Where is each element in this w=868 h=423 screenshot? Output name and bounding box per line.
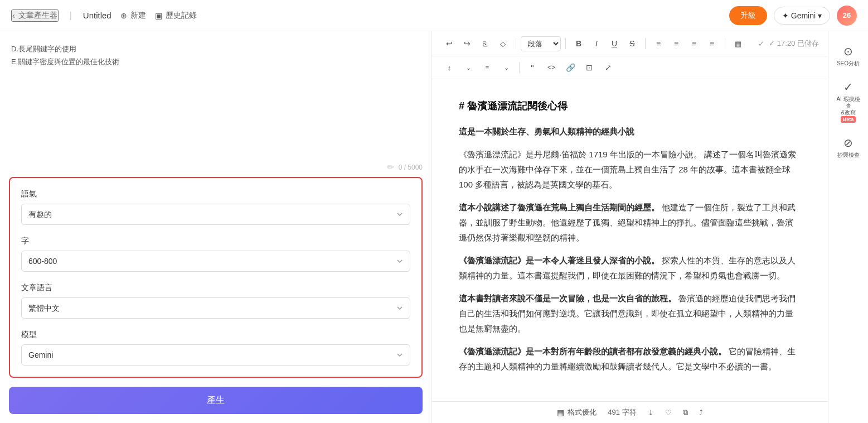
document-title: Untitled (83, 11, 111, 20)
toolbar-divider-5 (519, 62, 520, 73)
back-button[interactable]: ‹ 文章產生器 (11, 9, 59, 22)
plagiarism-icon: ⊘ (843, 136, 853, 150)
model-select[interactable]: Gemini GPT-4 Claude (21, 344, 410, 366)
quote-button[interactable]: " (524, 60, 541, 75)
heart-button[interactable]: ♡ (665, 408, 672, 417)
editor-panel: ↩ ↪ ⎘ ◇ 段落 標題1 標題2 B I U S ≡ ≡ ≡ (432, 31, 828, 423)
back-arrow-icon: ‹ (12, 11, 15, 20)
align-chevron[interactable]: ≡ (479, 60, 496, 75)
toolbar-divider-3 (645, 38, 646, 49)
code-button[interactable]: <> (543, 60, 560, 75)
align-right-button[interactable]: ≡ (686, 36, 702, 51)
image-button[interactable]: ⊡ (581, 60, 598, 75)
avatar[interactable]: 26 (837, 6, 857, 26)
underline-button[interactable]: U (606, 36, 623, 51)
new-button[interactable]: ⊕ 新建 (120, 11, 146, 21)
editor-toolbar-1: ↩ ↪ ⎘ ◇ 段落 標題1 標題2 B I U S ≡ ≡ ≡ (432, 31, 828, 56)
app-header: ‹ 文章產生器 | Untitled ⊕ 新建 ▣ 歷史記錄 升級 ✦ Gemi… (0, 0, 868, 31)
italic-button[interactable]: I (588, 36, 605, 51)
model-group: 模型 Gemini GPT-4 Claude (21, 330, 410, 366)
form-section: 語氣 有趣的 正式 輕鬆 專業 字 600-800 300-500 800-10… (9, 177, 423, 378)
editor-para1: 《魯濱遜漂流記》是丹尼爾·笛福於 1719 年出版的一本冒險小說。 講述了一個名… (459, 147, 801, 192)
align-center-button[interactable]: ≡ (668, 36, 685, 51)
char-counter: 0 / 5000 (399, 164, 423, 171)
outline-line1: D.長尾關鍵字的使用 (11, 42, 420, 55)
tone-label: 語氣 (21, 189, 410, 199)
main-content: D.長尾關鍵字的使用 E.關鍵字密度與位置的最佳化技術 ✏ 0 / 5000 語… (0, 31, 868, 423)
toolbar-divider-1 (516, 38, 516, 49)
upgrade-button[interactable]: 升級 (729, 6, 767, 25)
redo-button[interactable]: ↪ (459, 36, 476, 51)
ai-check-tool[interactable]: ✓ AI 瑕疵檢查&改寫 Beta (832, 76, 865, 127)
link-button[interactable]: 🔗 (562, 60, 579, 75)
history-button[interactable]: ▣ 歷史記錄 (155, 11, 197, 21)
share-button[interactable]: ⤴ (699, 408, 703, 417)
plagiarism-label: 抄襲檢查 (837, 152, 860, 158)
toolbar-divider-2 (565, 38, 566, 49)
editor-toolbar-2: ↕ ⌄ ≡ ⌄ " <> 🔗 ⊡ ⤢ (432, 56, 828, 79)
format-optimize-button[interactable]: ▦ 格式優化 (557, 407, 597, 417)
copy-content-button[interactable]: ⧉ (683, 408, 688, 417)
editor-bottom-bar: ▦ 格式優化 491 字符 ⤓ ♡ ⧉ ⤴ (432, 401, 828, 423)
seo-label: SEO分析 (837, 60, 860, 67)
ai-check-label: AI 瑕疵檢查&改寫 (834, 96, 863, 116)
erase-button[interactable]: ◇ (494, 36, 511, 51)
download-icon: ⤓ (648, 408, 654, 417)
alignment-group: ≡ ≡ ≡ ≡ (650, 36, 720, 51)
words-label: 字 (21, 236, 410, 246)
left-panel: D.長尾關鍵字的使用 E.關鍵字密度與位置的最佳化技術 ✏ 0 / 5000 語… (0, 31, 432, 423)
style-select[interactable]: 段落 標題1 標題2 (521, 36, 561, 51)
seo-analysis-tool[interactable]: ⊙ SEO分析 (832, 40, 865, 71)
toolbar-divider-4 (725, 38, 725, 49)
text-format-group: B I U S (570, 36, 641, 51)
align-chevron2[interactable]: ⌄ (498, 60, 515, 75)
editor-heading: # 魯濱遜漂流記閱後心得 (459, 97, 801, 115)
format-icon: ▦ (557, 408, 564, 417)
gemini-button[interactable]: ✦ Gemini ▾ (774, 7, 830, 25)
editor-subtitle: 這是一本關於生存、勇氣和人類精神的經典小說 (459, 124, 801, 139)
download-button[interactable]: ⤓ (648, 408, 654, 417)
brush-icon: ✏ (387, 162, 394, 172)
right-sidebar: ⊙ SEO分析 ✓ AI 瑕疵檢查&改寫 Beta ⊘ 抄襲檢查 (828, 31, 868, 423)
header-left: ‹ 文章產生器 | Untitled ⊕ 新建 ▣ 歷史記錄 (11, 9, 197, 22)
align-justify-button[interactable]: ≡ (704, 36, 720, 51)
seo-icon: ⊙ (843, 45, 853, 58)
undo-button[interactable]: ↩ (441, 36, 458, 51)
heart-icon: ♡ (665, 408, 672, 417)
plus-icon: ⊕ (120, 11, 127, 20)
line-height-button[interactable]: ↕ (441, 60, 458, 75)
share-icon: ⤴ (699, 408, 703, 417)
generate-button[interactable]: 產生 (9, 387, 423, 414)
language-group: 文章語言 繁體中文 簡體中文 English (21, 283, 410, 319)
editor-para4: 這本書對讀者來說不僅是一次冒險，也是一次自省的旅程。 魯濱遜的經歷迫使我們思考我… (459, 291, 801, 336)
plagiarism-tool[interactable]: ⊘ 抄襲檢查 (832, 132, 865, 163)
lang-label: 文章語言 (21, 283, 410, 293)
tone-group: 語氣 有趣的 正式 輕鬆 專業 (21, 189, 410, 225)
editor-para3: 《魯濱遜漂流記》是一本令人著迷且發人深省的小說。 探索人性的本質、生存的意志以及… (459, 253, 801, 283)
tone-select[interactable]: 有趣的 正式 輕鬆 專業 (21, 204, 410, 225)
table-button[interactable]: ▦ (730, 36, 746, 51)
editor-para2: 這本小說講述了魯濱遜在荒島上獨自生活期間的經歷。 他建造了一個住所，製造了工具和… (459, 200, 801, 245)
header-right: 升級 ✦ Gemini ▾ 26 (729, 6, 857, 26)
expand-button[interactable]: ⤢ (600, 60, 617, 75)
undo-redo-group: ↩ ↪ ⎘ ◇ (441, 36, 511, 51)
align-left-button[interactable]: ≡ (650, 36, 667, 51)
save-time: ✓ 17:20 已儲存 (769, 39, 819, 49)
words-group: 字 600-800 300-500 800-1000 1000+ (21, 236, 410, 272)
ai-check-icon: ✓ (843, 80, 853, 94)
bold-button[interactable]: B (570, 36, 587, 51)
save-status: ✓ ✓ 17:20 已儲存 (758, 39, 819, 49)
copy-button[interactable]: ⎘ (477, 36, 493, 51)
editor-para5: 《魯濱遜漂流記》是一本對所有年齡段的讀者都有啟發意義的經典小說。 它的冒險精神、… (459, 344, 801, 374)
lang-select[interactable]: 繁體中文 簡體中文 English (21, 297, 410, 319)
strikethrough-button[interactable]: S (624, 36, 641, 51)
editor-content: # 魯濱遜漂流記閱後心得 這是一本關於生存、勇氣和人類精神的經典小說 《魯濱遜漂… (432, 79, 828, 401)
save-checkmark-icon: ✓ (758, 40, 764, 48)
beta-badge: Beta (841, 116, 856, 123)
character-count: 491 字符 (608, 407, 636, 417)
model-label: 模型 (21, 330, 410, 340)
header-divider: | (70, 11, 72, 21)
words-select[interactable]: 600-800 300-500 800-1000 1000+ (21, 251, 410, 272)
copy-content-icon: ⧉ (683, 408, 688, 417)
line-height-chevron[interactable]: ⌄ (460, 60, 477, 75)
